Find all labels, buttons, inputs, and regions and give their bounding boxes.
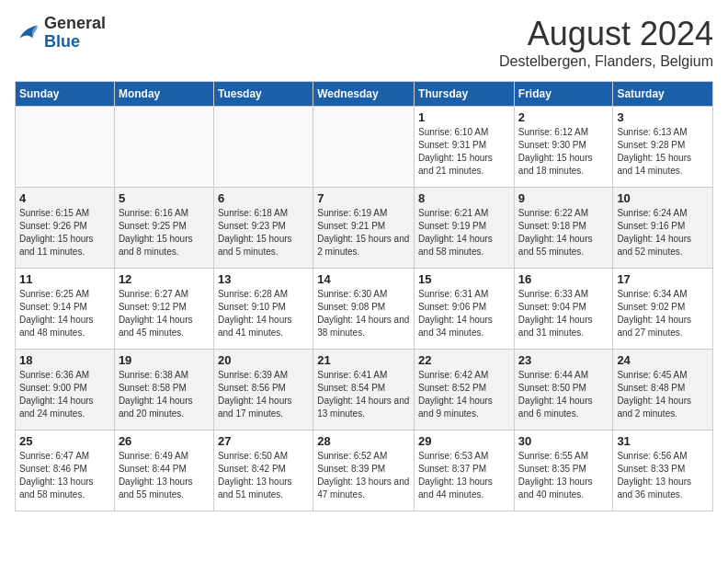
page-header: General Blue August 2024 Destelbergen, F… bbox=[15, 15, 713, 70]
day-number: 22 bbox=[418, 353, 510, 367]
day-number: 29 bbox=[418, 434, 510, 448]
day-info: Sunrise: 6:49 AM Sunset: 8:44 PM Dayligh… bbox=[119, 450, 210, 501]
day-info: Sunrise: 6:27 AM Sunset: 9:12 PM Dayligh… bbox=[119, 288, 210, 339]
calendar-day-cell: 28Sunrise: 6:52 AM Sunset: 8:39 PM Dayli… bbox=[313, 431, 415, 511]
calendar-day-cell: 11Sunrise: 6:25 AM Sunset: 9:14 PM Dayli… bbox=[16, 269, 115, 350]
month-title: August 2024 bbox=[499, 15, 713, 53]
day-info: Sunrise: 6:44 AM Sunset: 8:50 PM Dayligh… bbox=[518, 369, 609, 420]
calendar-day-cell: 10Sunrise: 6:24 AM Sunset: 9:16 PM Dayli… bbox=[613, 188, 713, 269]
calendar-day-cell: 22Sunrise: 6:42 AM Sunset: 8:52 PM Dayli… bbox=[415, 350, 515, 431]
day-number: 3 bbox=[617, 110, 709, 124]
day-number: 23 bbox=[518, 353, 609, 367]
day-info: Sunrise: 6:36 AM Sunset: 9:00 PM Dayligh… bbox=[19, 369, 110, 420]
logo-text: General Blue bbox=[44, 15, 106, 52]
day-number: 21 bbox=[317, 353, 410, 367]
day-number: 28 bbox=[317, 434, 410, 448]
title-section: August 2024 Destelbergen, Flanders, Belg… bbox=[499, 15, 713, 70]
calendar-day-cell bbox=[313, 107, 415, 188]
day-number: 11 bbox=[19, 272, 110, 286]
day-number: 14 bbox=[317, 272, 410, 286]
day-number: 26 bbox=[119, 434, 210, 448]
calendar-day-cell: 23Sunrise: 6:44 AM Sunset: 8:50 PM Dayli… bbox=[514, 350, 613, 431]
calendar-day-header: Thursday bbox=[415, 82, 515, 107]
location: Destelbergen, Flanders, Belgium bbox=[499, 53, 713, 70]
calendar-week-row: 25Sunrise: 6:47 AM Sunset: 8:46 PM Dayli… bbox=[16, 431, 713, 511]
day-info: Sunrise: 6:42 AM Sunset: 8:52 PM Dayligh… bbox=[418, 369, 510, 420]
day-number: 24 bbox=[617, 353, 709, 367]
calendar-day-header: Monday bbox=[114, 82, 213, 107]
calendar-day-cell: 6Sunrise: 6:18 AM Sunset: 9:23 PM Daylig… bbox=[213, 188, 313, 269]
calendar-day-header: Sunday bbox=[16, 82, 115, 107]
day-number: 13 bbox=[218, 272, 309, 286]
calendar-day-cell: 9Sunrise: 6:22 AM Sunset: 9:18 PM Daylig… bbox=[514, 188, 613, 269]
day-info: Sunrise: 6:25 AM Sunset: 9:14 PM Dayligh… bbox=[19, 288, 110, 339]
logo: General Blue bbox=[15, 15, 106, 52]
day-number: 5 bbox=[119, 191, 210, 205]
calendar-day-cell: 26Sunrise: 6:49 AM Sunset: 8:44 PM Dayli… bbox=[114, 431, 213, 511]
calendar-day-cell: 8Sunrise: 6:21 AM Sunset: 9:19 PM Daylig… bbox=[415, 188, 515, 269]
calendar-day-cell: 4Sunrise: 6:15 AM Sunset: 9:26 PM Daylig… bbox=[16, 188, 115, 269]
calendar-day-cell: 19Sunrise: 6:38 AM Sunset: 8:58 PM Dayli… bbox=[114, 350, 213, 431]
calendar-week-row: 18Sunrise: 6:36 AM Sunset: 9:00 PM Dayli… bbox=[16, 350, 713, 431]
calendar-day-cell: 2Sunrise: 6:12 AM Sunset: 9:30 PM Daylig… bbox=[514, 107, 613, 188]
calendar-day-header: Saturday bbox=[613, 82, 713, 107]
calendar-week-row: 4Sunrise: 6:15 AM Sunset: 9:26 PM Daylig… bbox=[16, 188, 713, 269]
calendar-day-header: Friday bbox=[514, 82, 613, 107]
day-number: 15 bbox=[418, 272, 510, 286]
calendar-day-cell: 16Sunrise: 6:33 AM Sunset: 9:04 PM Dayli… bbox=[514, 269, 613, 350]
day-info: Sunrise: 6:18 AM Sunset: 9:23 PM Dayligh… bbox=[218, 207, 309, 259]
day-number: 4 bbox=[19, 191, 110, 205]
calendar-day-cell: 20Sunrise: 6:39 AM Sunset: 8:56 PM Dayli… bbox=[213, 350, 313, 431]
day-info: Sunrise: 6:30 AM Sunset: 9:08 PM Dayligh… bbox=[317, 288, 410, 339]
calendar-day-cell: 7Sunrise: 6:19 AM Sunset: 9:21 PM Daylig… bbox=[313, 188, 415, 269]
calendar-day-cell bbox=[213, 107, 313, 188]
day-info: Sunrise: 6:12 AM Sunset: 9:30 PM Dayligh… bbox=[518, 126, 609, 178]
day-info: Sunrise: 6:56 AM Sunset: 8:33 PM Dayligh… bbox=[617, 450, 709, 501]
day-info: Sunrise: 6:52 AM Sunset: 8:39 PM Dayligh… bbox=[317, 450, 410, 501]
logo-bird-icon bbox=[15, 20, 40, 46]
day-info: Sunrise: 6:41 AM Sunset: 8:54 PM Dayligh… bbox=[317, 369, 410, 420]
calendar-day-cell: 30Sunrise: 6:55 AM Sunset: 8:35 PM Dayli… bbox=[514, 431, 613, 511]
day-number: 20 bbox=[218, 353, 309, 367]
calendar-day-header: Wednesday bbox=[313, 82, 415, 107]
calendar-table: SundayMondayTuesdayWednesdayThursdayFrid… bbox=[15, 81, 713, 511]
day-number: 2 bbox=[518, 110, 609, 124]
day-info: Sunrise: 6:39 AM Sunset: 8:56 PM Dayligh… bbox=[218, 369, 309, 420]
day-info: Sunrise: 6:34 AM Sunset: 9:02 PM Dayligh… bbox=[617, 288, 709, 339]
day-number: 17 bbox=[617, 272, 709, 286]
calendar-day-cell: 14Sunrise: 6:30 AM Sunset: 9:08 PM Dayli… bbox=[313, 269, 415, 350]
calendar-day-cell: 24Sunrise: 6:45 AM Sunset: 8:48 PM Dayli… bbox=[613, 350, 713, 431]
day-info: Sunrise: 6:55 AM Sunset: 8:35 PM Dayligh… bbox=[518, 450, 609, 501]
day-info: Sunrise: 6:45 AM Sunset: 8:48 PM Dayligh… bbox=[617, 369, 709, 420]
calendar-day-cell: 1Sunrise: 6:10 AM Sunset: 9:31 PM Daylig… bbox=[415, 107, 515, 188]
calendar-day-cell bbox=[16, 107, 115, 188]
calendar-day-cell: 15Sunrise: 6:31 AM Sunset: 9:06 PM Dayli… bbox=[415, 269, 515, 350]
day-info: Sunrise: 6:47 AM Sunset: 8:46 PM Dayligh… bbox=[19, 450, 110, 501]
day-number: 25 bbox=[19, 434, 110, 448]
calendar-day-cell: 27Sunrise: 6:50 AM Sunset: 8:42 PM Dayli… bbox=[213, 431, 313, 511]
day-info: Sunrise: 6:38 AM Sunset: 8:58 PM Dayligh… bbox=[119, 369, 210, 420]
calendar-body: 1Sunrise: 6:10 AM Sunset: 9:31 PM Daylig… bbox=[16, 107, 713, 511]
calendar-day-cell: 29Sunrise: 6:53 AM Sunset: 8:37 PM Dayli… bbox=[415, 431, 515, 511]
day-info: Sunrise: 6:10 AM Sunset: 9:31 PM Dayligh… bbox=[418, 126, 510, 178]
calendar-week-row: 11Sunrise: 6:25 AM Sunset: 9:14 PM Dayli… bbox=[16, 269, 713, 350]
day-number: 27 bbox=[218, 434, 309, 448]
day-number: 9 bbox=[518, 191, 609, 205]
day-info: Sunrise: 6:22 AM Sunset: 9:18 PM Dayligh… bbox=[518, 207, 609, 259]
day-number: 1 bbox=[418, 110, 510, 124]
day-info: Sunrise: 6:50 AM Sunset: 8:42 PM Dayligh… bbox=[218, 450, 309, 501]
day-info: Sunrise: 6:16 AM Sunset: 9:25 PM Dayligh… bbox=[119, 207, 210, 259]
day-info: Sunrise: 6:53 AM Sunset: 8:37 PM Dayligh… bbox=[418, 450, 510, 501]
calendar-day-cell: 25Sunrise: 6:47 AM Sunset: 8:46 PM Dayli… bbox=[16, 431, 115, 511]
calendar-day-cell: 21Sunrise: 6:41 AM Sunset: 8:54 PM Dayli… bbox=[313, 350, 415, 431]
day-info: Sunrise: 6:24 AM Sunset: 9:16 PM Dayligh… bbox=[617, 207, 709, 259]
day-number: 8 bbox=[418, 191, 510, 205]
day-number: 18 bbox=[19, 353, 110, 367]
calendar-day-cell: 31Sunrise: 6:56 AM Sunset: 8:33 PM Dayli… bbox=[613, 431, 713, 511]
day-number: 16 bbox=[518, 272, 609, 286]
day-info: Sunrise: 6:13 AM Sunset: 9:28 PM Dayligh… bbox=[617, 126, 709, 178]
day-number: 6 bbox=[218, 191, 309, 205]
day-number: 10 bbox=[617, 191, 709, 205]
day-info: Sunrise: 6:28 AM Sunset: 9:10 PM Dayligh… bbox=[218, 288, 309, 339]
calendar-day-cell bbox=[114, 107, 213, 188]
